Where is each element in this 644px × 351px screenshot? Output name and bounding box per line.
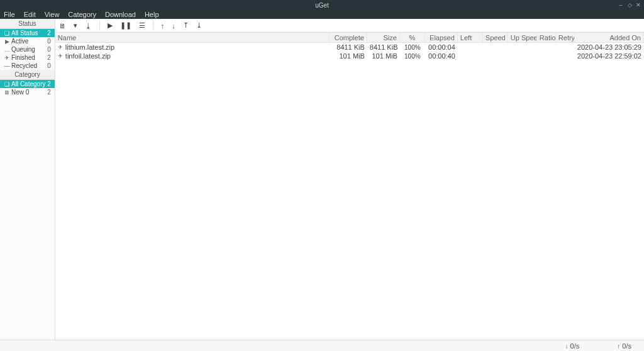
recycled-icon: —	[3, 63, 11, 69]
col-ratio[interactable]: Ratio	[537, 33, 556, 42]
document-icon: 🗎	[3, 89, 11, 96]
menu-file[interactable]: File	[4, 11, 15, 18]
table-row[interactable]: ✈ tinfoil.latest.zip 101 MiB 101 MiB 100…	[55, 52, 644, 60]
download-speed: ↓ 0/s	[565, 342, 580, 350]
move-bottom-button[interactable]: ⤓	[196, 21, 202, 30]
sidebar-item-label: All Status	[11, 30, 47, 36]
sidebar-item-count: 2	[47, 30, 52, 36]
cell-percent: 100%	[403, 53, 422, 60]
sidebar-item-queuing[interactable]: … Queuing 0	[0, 45, 55, 53]
titlebar: uGet – ◇ ✕	[0, 0, 644, 10]
move-top-button[interactable]: ⤒	[183, 21, 189, 30]
cell-size: 101 MiB	[367, 52, 400, 60]
table-row[interactable]: ✈ lithium.latest.zip 8411 KiB 8411 KiB 1…	[55, 43, 644, 52]
downloads-table: Name Complete Size % Elapsed Left Speed …	[55, 33, 644, 340]
sidebar-item-finished[interactable]: ✈ Finished 2	[0, 53, 55, 62]
filename: lithium.latest.zip	[65, 43, 114, 51]
statusbar: ↓ 0/s ↑ 0/s	[0, 340, 644, 351]
save-button[interactable]: ⭳	[85, 22, 92, 30]
col-added[interactable]: Added On	[575, 33, 644, 42]
menu-category[interactable]: Category	[68, 11, 96, 18]
table-header: Name Complete Size % Elapsed Left Speed …	[55, 33, 644, 43]
dropdown-icon[interactable]: ▾	[74, 21, 77, 30]
finished-icon: ✈	[58, 44, 63, 50]
cell-added: 2020-04-23 23:05:29	[575, 43, 644, 51]
menu-edit[interactable]: Edit	[24, 11, 36, 18]
sidebar-item-new[interactable]: 🗎 New 0 2	[0, 88, 55, 96]
maximize-icon[interactable]: ◇	[626, 2, 633, 8]
move-up-button[interactable]: ↑	[161, 22, 165, 30]
sidebar-item-all-category[interactable]: ❏ All Category 2	[0, 80, 55, 88]
sidebar-item-label: New 0	[11, 89, 47, 96]
sidebar-item-all-status[interactable]: ❏ All Status 2	[0, 29, 55, 37]
sidebar-item-label: Active	[11, 38, 47, 45]
window-controls: – ◇ ✕	[618, 2, 641, 8]
move-down-button[interactable]: ↓	[172, 22, 175, 30]
col-speed[interactable]: Speed	[483, 33, 508, 42]
up-arrow-icon: ↑	[617, 343, 620, 350]
menu-download[interactable]: Download	[105, 11, 136, 18]
content: 🗎 ▾ ⭳ ▶ ❚❚ ☰ ↑ ↓ ⤒ ⤓ Name Complete Size …	[55, 19, 644, 340]
finished-icon: ✈	[3, 55, 11, 61]
window-title: uGet	[315, 2, 329, 9]
toolbar: 🗎 ▾ ⭳ ▶ ❚❚ ☰ ↑ ↓ ⤒ ⤓	[55, 19, 644, 33]
stack-icon: ❏	[3, 81, 11, 87]
cell-elapsed: 00:00:04	[425, 43, 458, 51]
filename: tinfoil.latest.zip	[65, 52, 111, 60]
minimize-icon[interactable]: –	[618, 2, 624, 8]
pause-button[interactable]: ❚❚	[120, 21, 131, 30]
sidebar: Status ❏ All Status 2 ▶ Active 0 … Queui…	[0, 19, 55, 340]
cell-size: 8411 KiB	[367, 43, 400, 51]
play-icon: ▶	[3, 38, 11, 45]
menu-help[interactable]: Help	[145, 11, 159, 18]
col-retry[interactable]: Retry	[556, 33, 575, 42]
sidebar-item-label: Queuing	[11, 46, 47, 53]
properties-button[interactable]: ☰	[139, 21, 145, 30]
down-arrow-icon: ↓	[565, 343, 569, 350]
sidebar-item-count: 0	[47, 46, 52, 53]
toolbar-separator	[99, 21, 100, 30]
cell-complete: 101 MiB	[330, 52, 367, 60]
col-upspeed[interactable]: Up Speed	[508, 33, 537, 42]
main: Status ❏ All Status 2 ▶ Active 0 … Queui…	[0, 19, 644, 340]
queue-icon: …	[3, 47, 11, 53]
sidebar-item-active[interactable]: ▶ Active 0	[0, 37, 55, 45]
sidebar-item-count: 2	[47, 89, 52, 96]
sidebar-item-count: 2	[47, 81, 52, 87]
col-size[interactable]: Size	[367, 33, 400, 42]
status-header: Status	[0, 19, 55, 29]
upload-speed: ↑ 0/s	[617, 342, 631, 350]
col-percent[interactable]: %	[400, 33, 425, 42]
close-icon[interactable]: ✕	[635, 2, 641, 8]
sidebar-item-count: 0	[47, 38, 52, 45]
sidebar-item-count: 2	[47, 54, 52, 61]
sidebar-item-label: Recycled	[11, 62, 47, 69]
new-download-button[interactable]: 🗎	[59, 22, 66, 30]
menubar: File Edit View Category Download Help	[0, 10, 644, 19]
start-button[interactable]: ▶	[108, 21, 113, 30]
col-complete[interactable]: Complete	[330, 33, 367, 42]
cell-complete: 8411 KiB	[330, 43, 367, 51]
sidebar-item-label: Finished	[11, 54, 47, 61]
cell-added: 2020-04-23 22:59:02	[575, 52, 644, 60]
col-left[interactable]: Left	[458, 33, 483, 42]
cell-percent: 100%	[403, 44, 422, 51]
sidebar-item-recycled[interactable]: — Recycled 0	[0, 62, 55, 70]
sidebar-item-label: All Category	[11, 81, 47, 87]
finished-icon: ✈	[58, 53, 63, 59]
col-elapsed[interactable]: Elapsed	[425, 33, 458, 42]
stack-icon: ❏	[3, 30, 11, 36]
category-header: Category	[0, 70, 55, 80]
menu-view[interactable]: View	[45, 11, 60, 18]
cell-elapsed: 00:00:40	[425, 52, 458, 60]
sidebar-item-count: 0	[47, 62, 52, 69]
toolbar-separator	[153, 21, 153, 30]
col-name[interactable]: Name	[55, 33, 330, 42]
